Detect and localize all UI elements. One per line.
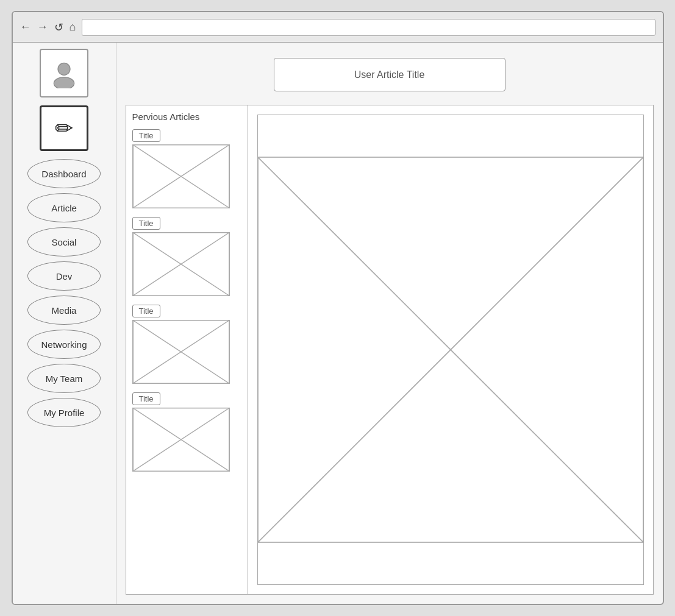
sidebar-item-myteam[interactable]: My Team <box>27 364 101 393</box>
article-item-title: Title <box>132 305 160 317</box>
prev-articles-column: Pervious Articles Title <box>126 105 248 594</box>
avatar <box>40 49 88 97</box>
article-item-title: Title <box>132 217 160 230</box>
sidebar: Dashboard Article Social Dev Media Netwo… <box>13 43 116 604</box>
article-thumbnail <box>132 408 230 472</box>
browser-window: ← → ↺ ⌂ Dashboard Article <box>12 11 664 605</box>
back-button[interactable]: ← <box>20 21 31 34</box>
svg-point-0 <box>58 63 70 75</box>
home-button[interactable]: ⌂ <box>70 21 76 34</box>
sidebar-item-media[interactable]: Media <box>27 296 101 325</box>
sidebar-item-dev[interactable]: Dev <box>27 261 101 291</box>
forward-button[interactable]: → <box>37 21 48 34</box>
main-area: User Article Title Pervious Articles Tit… <box>116 43 663 604</box>
svg-point-1 <box>54 77 74 88</box>
article-item-title: Title <box>132 129 160 142</box>
sidebar-item-social[interactable]: Social <box>27 227 101 257</box>
list-item[interactable]: Title <box>132 305 241 384</box>
sidebar-item-networking[interactable]: Networking <box>27 330 101 359</box>
sidebar-item-myprofile[interactable]: My Profile <box>27 398 101 427</box>
article-title-bar: User Article Title <box>126 52 654 97</box>
large-article-image <box>257 115 644 585</box>
article-thumbnail <box>132 232 230 296</box>
sidebar-item-article[interactable]: Article <box>27 193 101 222</box>
article-item-title: Title <box>132 392 160 405</box>
article-thumbnail <box>132 320 230 384</box>
edit-icon-box[interactable] <box>40 105 88 151</box>
article-title-input[interactable]: User Article Title <box>274 58 505 91</box>
browser-content: Dashboard Article Social Dev Media Netwo… <box>13 43 663 604</box>
avatar-icon <box>49 58 79 88</box>
large-image-area <box>248 105 653 594</box>
browser-toolbar: ← → ↺ ⌂ <box>13 12 663 43</box>
reload-button[interactable]: ↺ <box>54 21 63 34</box>
prev-articles-label: Pervious Articles <box>132 112 241 122</box>
list-item[interactable]: Title <box>132 129 241 208</box>
sidebar-item-dashboard[interactable]: Dashboard <box>27 159 101 188</box>
address-bar[interactable] <box>82 19 655 36</box>
content-panel: Pervious Articles Title <box>126 105 654 595</box>
article-thumbnail <box>132 144 230 208</box>
list-item[interactable]: Title <box>132 217 241 296</box>
list-item[interactable]: Title <box>132 392 241 472</box>
